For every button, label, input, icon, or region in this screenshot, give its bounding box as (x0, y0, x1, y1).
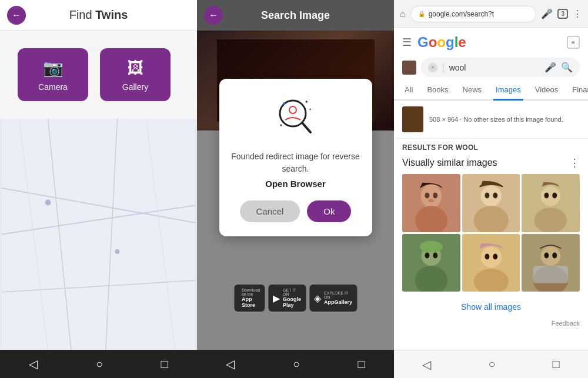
svg-point-42 (480, 246, 502, 267)
svg-point-40 (420, 241, 443, 253)
svg-point-24 (428, 199, 434, 202)
back-nav-icon-3[interactable]: ◁ (422, 357, 431, 372)
svg-point-9 (115, 249, 120, 254)
similar-image-3[interactable] (522, 174, 580, 232)
feedback-text: Feedback (394, 317, 588, 329)
similar-header: Visually similar images ⋮ (402, 156, 580, 169)
search-tabs: All Books News Images Videos Finance (394, 81, 588, 101)
more-icon[interactable]: ⋮ (573, 8, 582, 19)
svg-point-49 (544, 252, 549, 258)
svg-point-12 (289, 106, 296, 113)
home-nav-icon-2[interactable]: ○ (293, 357, 300, 371)
similar-image-1[interactable] (402, 174, 460, 232)
camera-button[interactable]: 📷 Camera (18, 48, 88, 101)
svg-point-28 (485, 193, 489, 199)
mic-icon[interactable]: 🎤 (541, 8, 553, 19)
tab-finance[interactable]: Finance (570, 81, 588, 99)
svg-point-29 (493, 193, 497, 199)
image-info-bar: 508 × 964 · No other sizes of this image… (394, 101, 588, 139)
back-nav-icon-2[interactable]: ◁ (226, 357, 235, 371)
url-text: google.com/search?t (429, 10, 494, 18)
svg-point-33 (544, 193, 549, 199)
svg-point-50 (553, 252, 557, 258)
lens-icon[interactable]: 🔍 (561, 62, 573, 73)
recent-nav-icon-2[interactable]: □ (358, 357, 365, 371)
dialog-action: Open Browser (231, 179, 360, 189)
tab-images[interactable]: Images (493, 81, 523, 101)
svg-text:✦: ✦ (309, 108, 312, 111)
google-content: ☰ Google ≡ × | wool 🎤 🔍 All (394, 28, 588, 350)
extension-icon[interactable]: ≡ (567, 36, 580, 49)
nav-bar-screen3: ◁ ○ □ (394, 350, 588, 378)
tab-count[interactable]: 3 (557, 9, 568, 19)
dialog-buttons: Cancel Ok (231, 200, 360, 222)
ok-button[interactable]: Ok (307, 200, 351, 222)
result-thumbnail (402, 106, 423, 132)
dialog-search-icon: ✦ ✦ · (231, 93, 360, 142)
dialog-text: Founded redirect image for reverse searc… (231, 150, 360, 175)
search-bar-area: × | wool 🎤 🔍 (394, 54, 588, 81)
tab-news[interactable]: News (460, 81, 485, 99)
svg-point-39 (433, 252, 437, 258)
home-nav-icon-3[interactable]: ○ (488, 357, 495, 371)
svg-point-45 (493, 253, 497, 259)
clear-icon[interactable]: × (428, 63, 437, 72)
tab-books[interactable]: Books (425, 81, 450, 99)
results-header: RESULTS FOR WOOL (394, 139, 588, 156)
svg-point-23 (433, 193, 437, 199)
similar-image-6[interactable] (522, 234, 580, 292)
magnify-person-icon: ✦ ✦ · (272, 93, 319, 140)
svg-point-34 (553, 193, 557, 199)
svg-point-31 (541, 186, 561, 206)
similar-images-grid (402, 174, 580, 292)
visually-similar-section: Visually similar images ⋮ (394, 156, 588, 317)
more-options-icon[interactable]: ⋮ (569, 156, 580, 169)
svg-text:✦: ✦ (305, 99, 309, 105)
google-logo-area: ☰ Google ≡ (394, 28, 588, 54)
screen-find-twins: ← Find Twins 📷 Camera 🖼 Gallery (0, 0, 197, 350)
search-mic-icon[interactable]: 🎤 (544, 62, 556, 73)
similar-image-4[interactable] (402, 234, 460, 292)
tab-all[interactable]: All (402, 81, 415, 99)
camera-label: Camera (38, 82, 68, 92)
search-term: wool (449, 63, 540, 72)
svg-line-11 (302, 123, 310, 132)
similar-image-2[interactable] (462, 174, 520, 232)
similar-title: Visually similar images (402, 158, 497, 168)
hamburger-icon[interactable]: ☰ (402, 36, 412, 49)
results-area: 508 × 964 · No other sizes of this image… (394, 101, 588, 350)
google-logo: Google (417, 34, 466, 51)
tab-videos[interactable]: Videos (533, 81, 561, 99)
screen1-title: Find Twins (69, 8, 128, 22)
show-all-button[interactable]: Show all images (402, 296, 580, 317)
nav-bar-screen1: ◁ ○ □ (0, 350, 197, 378)
svg-point-44 (485, 253, 489, 259)
home-nav-icon[interactable]: ○ (96, 357, 103, 371)
similar-image-5[interactable] (462, 234, 520, 292)
svg-point-22 (425, 193, 429, 199)
cancel-button[interactable]: Cancel (240, 200, 300, 222)
svg-rect-0 (2, 119, 195, 350)
svg-point-21 (422, 187, 441, 206)
svg-rect-51 (533, 266, 568, 283)
svg-text:·: · (308, 95, 308, 98)
svg-point-8 (45, 200, 51, 206)
browser-bar: ⌂ 🔒 google.com/search?t 🎤 3 ⋮ (394, 0, 588, 28)
gallery-label: Gallery (122, 82, 148, 92)
dialog-overlay: ✦ ✦ · Founded redirect image for reverse… (197, 0, 394, 315)
screen-google: ⌂ 🔒 google.com/search?t 🎤 3 ⋮ ☰ Google ≡ (394, 0, 588, 350)
svg-point-16 (283, 102, 285, 105)
gallery-icon: 🖼 (127, 58, 143, 78)
back-nav-icon[interactable]: ◁ (29, 357, 38, 371)
recent-nav-icon[interactable]: □ (161, 357, 168, 371)
browser-icons: 🎤 3 ⋮ (541, 8, 582, 19)
color-swatch (402, 61, 416, 75)
image-info-text: 508 × 964 · No other sizes of this image… (429, 116, 563, 123)
screen1-header: ← Find Twins (0, 0, 197, 31)
search-pill[interactable]: × | wool 🎤 🔍 (421, 58, 580, 77)
url-bar[interactable]: 🔒 google.com/search?t (410, 6, 537, 22)
recent-nav-icon-3[interactable]: □ (552, 357, 559, 371)
back-button[interactable]: ← (7, 6, 26, 25)
home-icon[interactable]: ⌂ (400, 9, 406, 19)
gallery-button[interactable]: 🖼 Gallery (100, 48, 171, 101)
